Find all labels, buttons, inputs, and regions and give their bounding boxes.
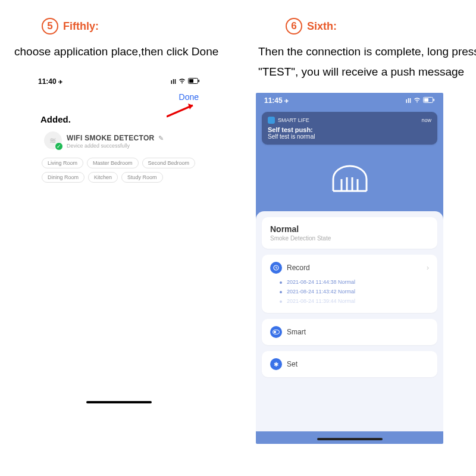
svg-point-15 (274, 331, 276, 333)
detector-hero-icon (256, 151, 443, 211)
device-icon: ≋ ✓ (44, 131, 62, 149)
wifi-icon (178, 78, 186, 85)
smart-card[interactable]: Smart (262, 319, 437, 345)
room-chip[interactable]: Living Room (42, 158, 83, 168)
record-label: Record (287, 264, 310, 272)
room-chip-group: Living Room Master Bedroom Second Bedroo… (30, 153, 208, 187)
gear-icon: ✱ (270, 358, 282, 370)
edit-icon[interactable]: ✎ (158, 134, 164, 142)
step-5-label: Fifthly: (63, 20, 99, 33)
content-sheet: Normal Smoke Detection State Record › 20… (256, 211, 443, 431)
phone-screen-added: 11:40 ✈ ıll Done Added. ≋ ✓ (30, 74, 208, 407)
notif-app-icon (268, 117, 275, 124)
step-6-badge: 6 (286, 18, 302, 35)
notif-title: Self test push: (268, 126, 431, 133)
smart-label: Smart (287, 328, 306, 336)
step-6-label: Sixth: (307, 20, 337, 33)
state-card: Normal Smoke Detection State (262, 217, 437, 249)
record-item: 2021-08-24 11:43:42 Normal (270, 287, 429, 296)
notif-time: now (421, 117, 431, 123)
room-chip[interactable]: Dining Room (42, 172, 84, 183)
toggle-icon (270, 326, 282, 338)
status-bar: 11:40 ✈ ıll (30, 74, 208, 89)
status-bar: 11:45 ✈ ıll (256, 93, 443, 108)
battery-icon (423, 97, 435, 104)
status-time: 11:40 ✈ (38, 77, 63, 86)
done-button[interactable]: Done (179, 92, 199, 102)
status-icons: ıll (406, 97, 435, 104)
record-card[interactable]: Record › 2021-08-24 11:44:38 Normal 2021… (262, 255, 437, 313)
wifi-icon (414, 97, 421, 104)
room-chip[interactable]: Second Bedroom (142, 158, 196, 168)
chevron-right-icon: › (427, 264, 429, 272)
home-indicator (86, 401, 152, 403)
room-chip[interactable]: Study Room (121, 172, 163, 183)
home-indicator (317, 438, 383, 440)
record-item: 2021-08-24 11:44:38 Normal (270, 277, 429, 287)
clock-icon (270, 262, 282, 274)
notif-body: Self test is normal (268, 133, 431, 140)
push-notification[interactable]: SMART LIFE now Self test push: Self test… (262, 112, 437, 145)
device-name: WIFI SMOKE DETECTOR (67, 134, 154, 142)
set-card[interactable]: ✱ Set (262, 351, 437, 377)
added-heading: Added. (30, 108, 208, 128)
device-row: ≋ ✓ WIFI SMOKE DETECTOR ✎ Device added s… (30, 128, 208, 153)
room-chip[interactable]: Master Bedroom (87, 158, 139, 168)
status-icons: ıll (171, 78, 200, 85)
battery-icon (188, 78, 200, 85)
state-title: Normal (270, 224, 429, 234)
device-subtext: Device added successfully (67, 143, 164, 149)
room-chip[interactable]: Kitchen (88, 172, 118, 183)
svg-rect-6 (424, 98, 428, 102)
step-6-description: Then the connection is complete, long pr… (258, 42, 476, 82)
svg-rect-1 (189, 79, 193, 83)
step-5-badge: 5 (42, 18, 58, 35)
status-time: 11:45 ✈ (264, 96, 289, 105)
state-subtitle: Smoke Detection State (270, 235, 429, 242)
step-5-description: choose application place,then click Done (14, 42, 238, 62)
set-label: Set (287, 360, 298, 368)
record-list: 2021-08-24 11:44:38 Normal 2021-08-24 11… (270, 277, 429, 306)
svg-rect-7 (434, 99, 435, 101)
notif-app-name: SMART LIFE (278, 117, 309, 123)
phone-screen-detector: 11:45 ✈ ıll SMART LIFE now Self test pus… (256, 93, 443, 444)
record-item: 2021-08-24 11:39:44 Normal (270, 296, 429, 306)
cellular-icon: ıll (171, 78, 176, 85)
svg-rect-2 (199, 80, 200, 82)
check-icon: ✓ (55, 142, 63, 151)
cellular-icon: ıll (406, 97, 411, 104)
